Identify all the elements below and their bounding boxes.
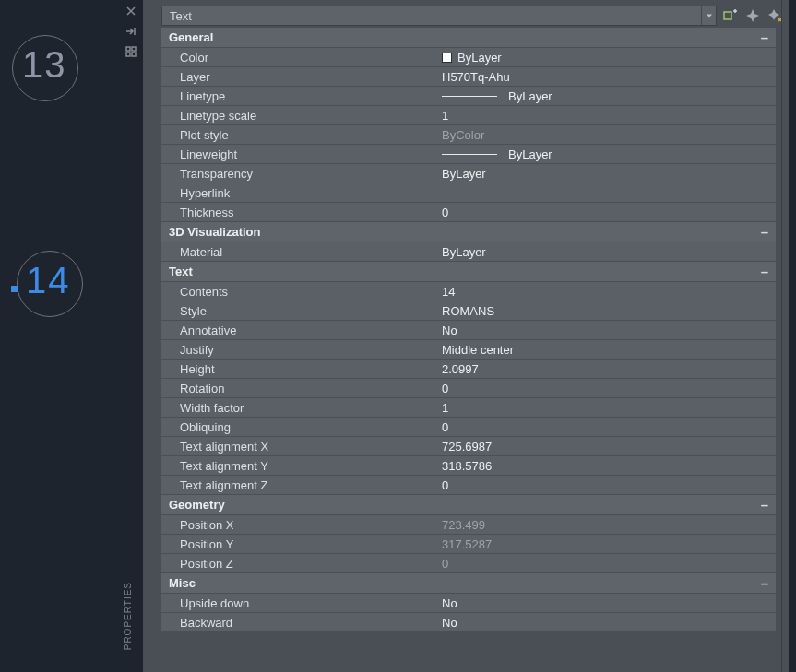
prop-row-upside-down[interactable]: Upside down No: [161, 594, 776, 613]
prop-row-color[interactable]: Color ByLayer: [161, 48, 776, 67]
prop-label: Plot style: [161, 125, 438, 144]
prop-value[interactable]: H570Tq-Ahu: [438, 67, 776, 86]
section-title: Text: [169, 265, 193, 278]
prop-value[interactable]: 0: [438, 203, 776, 221]
prop-value[interactable]: 318.5786: [438, 456, 776, 475]
object-type-input[interactable]: [162, 9, 701, 23]
prop-row-backward[interactable]: Backward No: [161, 613, 776, 632]
prop-row-style[interactable]: Style ROMANS: [161, 301, 776, 321]
section-header-general[interactable]: General –: [161, 28, 776, 48]
panel-menu-icon[interactable]: [121, 42, 141, 61]
prop-row-linetype[interactable]: Linetype ByLayer: [161, 87, 776, 106]
prop-row-contents[interactable]: Contents 14: [161, 282, 776, 301]
panel-header: [143, 0, 789, 28]
object-type-selector[interactable]: [161, 6, 717, 26]
prop-value[interactable]: 0: [438, 379, 776, 397]
prop-value[interactable]: 2.0997: [438, 360, 776, 378]
prop-value[interactable]: ByLayer: [438, 242, 776, 261]
prop-row-thickness[interactable]: Thickness 0: [161, 203, 776, 222]
prop-value[interactable]: ByLayer: [438, 164, 776, 183]
linetype-sample-icon: [442, 96, 497, 97]
prop-row-position-y[interactable]: Position Y 317.5287: [161, 535, 776, 554]
text-entity-13[interactable]: 13: [22, 44, 67, 86]
prop-row-text-align-y[interactable]: Text alignment Y 318.5786: [161, 456, 776, 476]
collapse-icon[interactable]: –: [761, 264, 768, 279]
prop-row-lineweight[interactable]: Lineweight ByLayer: [161, 145, 776, 164]
prop-label: Position Y: [161, 535, 438, 553]
prop-value[interactable]: ByLayer: [438, 87, 776, 105]
prop-label: Text alignment Z: [161, 476, 438, 494]
prop-value[interactable]: ROMANS: [438, 301, 776, 320]
prop-value[interactable]: 725.6987: [438, 437, 776, 455]
section-title: Geometry: [169, 498, 225, 512]
prop-value[interactable]: 0: [438, 476, 776, 494]
prop-row-width-factor[interactable]: Width factor 1: [161, 398, 776, 418]
prop-row-text-align-x[interactable]: Text alignment X 725.6987: [161, 437, 776, 456]
prop-row-transparency[interactable]: Transparency ByLayer: [161, 164, 776, 183]
section-header-misc[interactable]: Misc –: [161, 573, 776, 594]
prop-value[interactable]: No: [438, 594, 776, 612]
svg-rect-3: [132, 53, 136, 56]
collapse-icon[interactable]: –: [761, 29, 768, 45]
prop-row-material[interactable]: Material ByLayer: [161, 242, 776, 262]
drawing-canvas[interactable]: DETAILED DESIGN 13 14: [0, 0, 120, 672]
prop-row-rotation[interactable]: Rotation 0: [161, 379, 776, 398]
section-title: 3D Visualization: [169, 225, 260, 239]
prop-row-plot-style[interactable]: Plot style ByColor: [161, 125, 776, 145]
prop-value[interactable]: [438, 183, 776, 202]
color-swatch-icon: [442, 53, 452, 63]
prop-value[interactable]: ByLayer: [438, 48, 776, 66]
prop-value: ByColor: [438, 125, 776, 144]
prop-row-justify[interactable]: Justify Middle center: [161, 340, 776, 360]
prop-value[interactable]: Middle center: [438, 340, 776, 359]
section-header-text[interactable]: Text –: [161, 262, 776, 282]
text-entity-14-selected[interactable]: 14: [26, 260, 71, 301]
svg-rect-0: [126, 47, 130, 51]
prop-label: Height: [161, 360, 438, 378]
collapse-icon[interactable]: –: [761, 497, 768, 513]
prop-row-layer[interactable]: Layer H570Tq-Ahu: [161, 67, 776, 87]
panel-sidebar: PROPERTIES: [120, 0, 142, 672]
prop-value[interactable]: 1: [438, 106, 776, 124]
auto-hide-icon[interactable]: [121, 22, 141, 41]
prop-value[interactable]: No: [438, 613, 776, 631]
svg-rect-4: [724, 12, 731, 19]
prop-value[interactable]: ByLayer: [438, 145, 776, 163]
prop-label: Contents: [161, 282, 438, 301]
collapse-icon[interactable]: –: [761, 224, 768, 240]
select-objects-icon[interactable]: [744, 7, 761, 24]
prop-label: Layer: [161, 67, 438, 86]
chevron-down-icon[interactable]: [701, 6, 716, 25]
prop-value[interactable]: 1: [438, 398, 776, 417]
prop-row-position-x[interactable]: Position X 723.499: [161, 515, 776, 535]
prop-row-height[interactable]: Height 2.0997: [161, 360, 776, 379]
panel-title-vertical: PROPERTIES: [123, 582, 133, 650]
svg-rect-1: [132, 47, 136, 51]
close-icon[interactable]: [121, 2, 141, 20]
prop-row-hyperlink[interactable]: Hyperlink: [161, 183, 776, 203]
prop-value[interactable]: No: [438, 321, 776, 339]
selection-grip[interactable]: [11, 286, 18, 292]
prop-row-annotative[interactable]: Annotative No: [161, 321, 776, 340]
prop-row-obliquing[interactable]: Obliquing 0: [161, 418, 776, 437]
prop-label: Linetype: [161, 87, 438, 105]
panel-resize-handle[interactable]: [781, 0, 789, 672]
prop-label: Style: [161, 301, 438, 320]
toggle-pickadd-icon[interactable]: [722, 7, 739, 24]
prop-value[interactable]: 14: [438, 282, 776, 301]
prop-label: Position Z: [161, 554, 438, 572]
prop-row-linetype-scale[interactable]: Linetype scale 1: [161, 106, 776, 125]
prop-label: Material: [161, 242, 438, 261]
prop-label: Transparency: [161, 164, 438, 183]
section-header-3d-visualization[interactable]: 3D Visualization –: [161, 222, 776, 242]
prop-row-text-align-z[interactable]: Text alignment Z 0: [161, 476, 776, 495]
prop-label: Backward: [161, 613, 438, 631]
prop-label: Rotation: [161, 379, 438, 397]
properties-scroll[interactable]: General – Color ByLayer Layer H570Tq-Ahu…: [161, 28, 776, 672]
prop-row-position-z[interactable]: Position Z 0: [161, 554, 776, 573]
collapse-icon[interactable]: –: [761, 575, 768, 591]
prop-value[interactable]: 0: [438, 418, 776, 436]
prop-label: Lineweight: [161, 145, 438, 163]
section-header-geometry[interactable]: Geometry –: [161, 495, 776, 515]
prop-label: Position X: [161, 515, 438, 534]
